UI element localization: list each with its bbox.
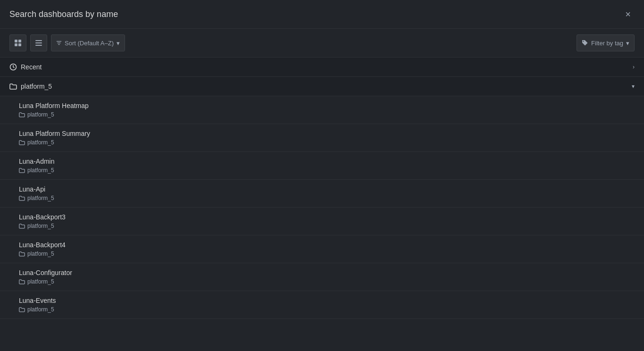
search-modal: Search dashboards by name × (0, 0, 644, 351)
dashboard-folder: platform_5 (19, 195, 635, 201)
view-list-button[interactable] (30, 34, 47, 51)
content-area: Recent › platform_5 ▾ Luna Platform Heat… (0, 58, 644, 351)
folder-section-header[interactable]: platform_5 ▾ (0, 77, 644, 96)
sort-button[interactable]: Sort (Default A–Z) ▾ (51, 34, 125, 51)
dashboard-item[interactable]: Luna-Backport3 platform_5 (0, 208, 644, 235)
svg-rect-3 (18, 43, 21, 46)
dashboard-name: Luna-Admin (19, 158, 635, 165)
clock-icon (9, 63, 17, 71)
folder-small-icon (19, 223, 25, 229)
grid-icon (14, 39, 22, 47)
recent-label: Recent (21, 63, 42, 71)
dashboard-folder: platform_5 (19, 167, 635, 174)
dashboard-name: Luna-Configurator (19, 269, 635, 276)
dashboard-item[interactable]: Luna-Events platform_5 (0, 291, 644, 319)
folder-label: platform_5 (27, 111, 54, 118)
tag-icon (582, 40, 588, 46)
folder-label: platform_5 (27, 251, 54, 257)
toolbar: Sort (Default A–Z) ▾ Filter by tag ▾ (0, 29, 644, 58)
dashboard-folder: platform_5 (19, 139, 635, 146)
folder-small-icon (19, 140, 25, 145)
svg-rect-6 (35, 45, 42, 46)
svg-rect-2 (15, 43, 17, 46)
sort-chevron-icon: ▾ (117, 40, 120, 47)
svg-rect-4 (35, 40, 42, 41)
filter-label: Filter by tag (591, 40, 623, 47)
filter-chevron-icon: ▾ (626, 40, 629, 47)
toolbar-left: Sort (Default A–Z) ▾ (9, 34, 125, 51)
folder-name: platform_5 (21, 83, 52, 90)
dashboard-name: Luna-Backport4 (19, 241, 635, 249)
list-icon (35, 39, 42, 47)
dashboard-name: Luna-Events (19, 297, 635, 304)
dashboard-item[interactable]: Luna-Api platform_5 (0, 180, 644, 208)
svg-rect-0 (15, 40, 17, 42)
folder-section-left: platform_5 (9, 83, 52, 90)
folder-small-icon (19, 307, 25, 312)
dashboard-item[interactable]: Luna Platform Heatmap platform_5 (0, 96, 644, 124)
filter-by-tag-button[interactable]: Filter by tag ▾ (577, 34, 635, 51)
recent-section-header[interactable]: Recent › (0, 58, 644, 77)
dashboard-folder: platform_5 (19, 278, 635, 285)
sort-label: Sort (Default A–Z) (65, 40, 114, 47)
toolbar-right: Filter by tag ▾ (577, 34, 635, 51)
folder-label: platform_5 (27, 306, 54, 313)
dashboard-folder: platform_5 (19, 223, 635, 229)
dashboard-name: Luna-Api (19, 185, 635, 193)
folder-label: platform_5 (27, 223, 54, 229)
recent-section-left: Recent (9, 63, 42, 71)
recent-chevron-icon: › (633, 64, 635, 70)
folder-label: platform_5 (27, 278, 54, 285)
dashboard-name: Luna Platform Heatmap (19, 102, 635, 109)
dashboard-folder: platform_5 (19, 306, 635, 313)
dashboard-name: Luna-Backport3 (19, 213, 635, 221)
close-button[interactable]: × (621, 8, 635, 21)
folder-icon (9, 83, 17, 90)
dashboard-name: Luna Platform Summary (19, 130, 635, 137)
folder-small-icon (19, 279, 25, 284)
folder-label: platform_5 (27, 139, 54, 146)
dashboard-folder: platform_5 (19, 251, 635, 257)
folder-label: platform_5 (27, 167, 54, 174)
folder-small-icon (19, 112, 25, 117)
dashboard-folder: platform_5 (19, 111, 635, 118)
svg-point-10 (583, 41, 584, 42)
folder-small-icon (19, 167, 25, 173)
folder-label: platform_5 (27, 195, 54, 201)
dashboard-item[interactable]: Luna-Backport4 platform_5 (0, 235, 644, 263)
dashboard-list: Luna Platform Heatmap platform_5 Luna Pl… (0, 96, 644, 319)
view-grid-button[interactable] (9, 34, 26, 51)
modal-header: Search dashboards by name × (0, 0, 644, 29)
folder-chevron-icon: ▾ (632, 83, 635, 90)
sort-icon (56, 40, 62, 46)
svg-rect-5 (35, 42, 42, 43)
modal-title: Search dashboards by name (9, 9, 118, 19)
dashboard-item[interactable]: Luna-Configurator platform_5 (0, 263, 644, 291)
dashboard-item[interactable]: Luna-Admin platform_5 (0, 152, 644, 180)
svg-rect-1 (18, 40, 21, 42)
folder-small-icon (19, 251, 25, 257)
dashboard-item[interactable]: Luna Platform Summary platform_5 (0, 124, 644, 152)
folder-small-icon (19, 195, 25, 201)
